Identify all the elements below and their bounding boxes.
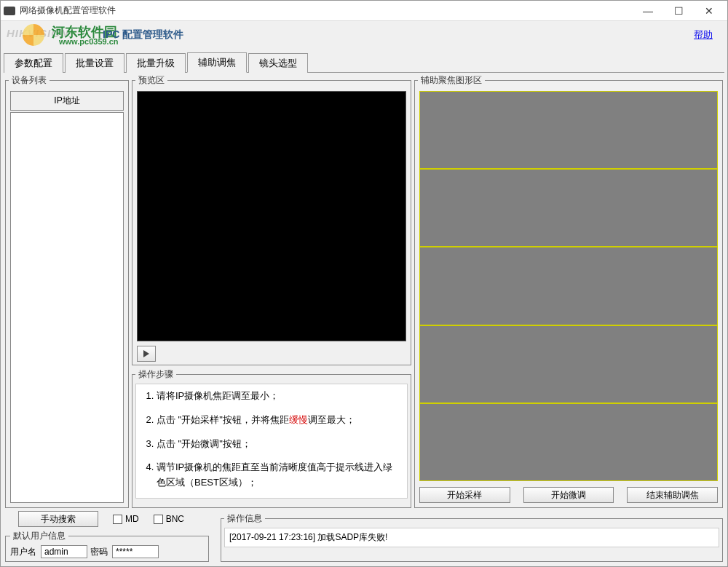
- tab-bar: 参数配置 批量设置 批量升级 辅助调焦 镜头选型: [1, 49, 727, 72]
- tab-param-config[interactable]: 参数配置: [4, 53, 63, 73]
- start-fine-button[interactable]: 开始微调: [523, 487, 614, 503]
- focus-cell: [419, 403, 718, 481]
- start-sample-button[interactable]: 开始采样: [419, 487, 510, 503]
- play-button[interactable]: [137, 346, 156, 362]
- default-user-group: 默认用户信息 用户名 密码: [5, 530, 209, 562]
- password-label: 密码: [90, 546, 108, 558]
- focus-graph-group: 辅助聚焦图形区 开始采样 开始微调 结束辅助调焦: [414, 74, 723, 508]
- tab-lens-select[interactable]: 镜头选型: [248, 53, 308, 73]
- device-list-group: 设备列表 IP地址: [5, 74, 129, 508]
- app-icon: [4, 7, 15, 15]
- bnc-label: BNC: [166, 514, 184, 524]
- preview-group: 预览区: [132, 74, 411, 365]
- username-input[interactable]: [41, 545, 87, 558]
- bnc-checkbox[interactable]: [154, 515, 163, 524]
- preview-legend: 预览区: [135, 74, 167, 87]
- username-label: 用户名: [10, 546, 36, 558]
- steps-group: 操作步骤 请将IP摄像机焦距调至最小；点击 "开始采样"按钮，并将焦距缓慢调至最…: [132, 368, 411, 508]
- focus-cell: [419, 325, 718, 403]
- ip-address-list[interactable]: [10, 112, 124, 503]
- steps-scroll[interactable]: 请将IP摄像机焦距调至最小；点击 "开始采样"按钮，并将焦距缓慢调至最大；点击 …: [135, 384, 408, 499]
- focus-cell: [419, 247, 718, 325]
- logo-icon: [23, 24, 44, 46]
- step-item: 调节IP摄像机的焦距直至当前清晰度值高于提示线进入绿色区域（BEST区域）；: [157, 460, 401, 491]
- banner: HIKVISION 河东软件园 www.pc0359.cn IPC 配置管理软件…: [1, 21, 727, 49]
- ip-address-header[interactable]: IP地址: [10, 91, 124, 111]
- step-item: 点击 "开始采样"按钮，并将焦距缓慢调至最大；: [157, 413, 401, 428]
- titlebar: 网络摄像机配置管理软件 — ☐ ✕: [1, 1, 727, 21]
- focus-cell: [419, 91, 718, 169]
- op-info-group: 操作信息 [2017-09-21 17:23:16] 加载SADP库失败!: [221, 512, 723, 562]
- password-input[interactable]: [112, 545, 159, 558]
- tab-batch-set[interactable]: 批量设置: [65, 53, 124, 73]
- video-preview[interactable]: [137, 91, 406, 341]
- md-checkbox[interactable]: [113, 515, 122, 524]
- tab-assist-focus[interactable]: 辅助调焦: [187, 52, 247, 73]
- md-label: MD: [125, 514, 139, 524]
- minimize-button[interactable]: —: [633, 1, 663, 20]
- step-item: 请将IP摄像机焦距调至最小；: [157, 389, 401, 404]
- focus-graph-legend: 辅助聚焦图形区: [418, 74, 485, 87]
- maximize-button[interactable]: ☐: [663, 1, 694, 20]
- window-title: 网络摄像机配置管理软件: [20, 4, 633, 17]
- step-item: 点击 "开始微调"按钮；: [157, 437, 401, 452]
- app-subtitle: IPC 配置管理软件: [103, 28, 183, 41]
- manual-search-button[interactable]: 手动搜索: [18, 511, 98, 527]
- end-assist-button[interactable]: 结束辅助调焦: [627, 487, 718, 503]
- op-info-text: [2017-09-21 17:23:16] 加载SADP库失败!: [224, 528, 719, 547]
- focus-cell: [419, 169, 718, 247]
- steps-legend: 操作步骤: [135, 368, 176, 381]
- focus-graph-grid: [418, 90, 719, 483]
- op-info-legend: 操作信息: [224, 512, 265, 525]
- default-user-legend: 默认用户信息: [10, 530, 68, 542]
- help-link[interactable]: 帮助: [694, 28, 713, 41]
- tab-batch-upgrade[interactable]: 批量升级: [126, 53, 186, 73]
- play-icon: [143, 350, 149, 357]
- device-list-legend: 设备列表: [9, 74, 50, 87]
- close-button[interactable]: ✕: [694, 1, 724, 20]
